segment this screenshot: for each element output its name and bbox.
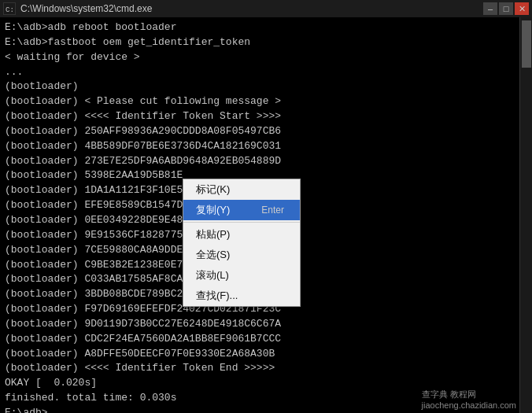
svg-text:C:: C: <box>6 6 14 14</box>
terminal-line: (bootloader) 9D0119D73B0CC27E6248DE4918C… <box>5 317 515 332</box>
menu-item-label: 标记(K) <box>196 183 230 197</box>
terminal-line: E:\adb>fastboot oem get_identifier_token <box>5 35 515 50</box>
context-menu: 标记(K)复制(Y)Enter粘贴(P)全选(S)滚动(L)查找(F)... <box>183 179 301 307</box>
window-title: C:\Windows\system32\cmd.exe <box>20 3 152 14</box>
menu-item-label: 查找(F)... <box>196 289 238 303</box>
context-menu-item[interactable]: 标记(K) <box>183 179 300 200</box>
watermark-subtext: jiaocheng.chazidian.com <box>422 400 516 410</box>
context-menu-item[interactable]: 全选(S) <box>183 245 300 265</box>
context-menu-item[interactable]: 滚动(L) <box>183 265 300 286</box>
scrollbar[interactable] <box>519 17 532 413</box>
terminal-line: (bootloader) <box>5 79 515 94</box>
menu-separator <box>183 222 300 223</box>
terminal-line: ... <box>5 65 515 80</box>
window-controls: – □ ✕ <box>483 2 529 15</box>
context-menu-item[interactable]: 复制(Y)Enter <box>183 200 300 220</box>
terminal-line: (bootloader) 250AFF98936A290CDDD8A08F054… <box>5 124 515 139</box>
title-bar: C: C:\Windows\system32\cmd.exe – □ ✕ <box>0 0 532 17</box>
scrollbar-thumb[interactable] <box>522 20 531 68</box>
maximize-button[interactable]: □ <box>499 2 513 15</box>
minimize-button[interactable]: – <box>483 2 497 15</box>
menu-item-label: 粘贴(P) <box>196 227 230 242</box>
terminal-line: (bootloader) 273E7E25DF9A6ABD9648A92EB05… <box>5 154 515 169</box>
terminal-line: (bootloader) 4BB589DF07BE6E3736D4CA18216… <box>5 139 515 154</box>
terminal-line: E:\adb>adb reboot bootloader <box>5 20 515 35</box>
cmd-icon: C: <box>3 2 16 15</box>
terminal-line: (bootloader) A8DFFE50DEECF07F0E9330E2A68… <box>5 347 515 362</box>
menu-item-shortcut: Enter <box>261 205 284 216</box>
context-menu-item[interactable]: 查找(F)... <box>183 286 300 306</box>
terminal-line: < waiting for device > <box>5 50 515 65</box>
close-button[interactable]: ✕ <box>515 2 529 15</box>
context-menu-item[interactable]: 粘贴(P) <box>183 224 300 245</box>
menu-item-label: 全选(S) <box>196 248 230 262</box>
menu-item-label: 滚动(L) <box>196 268 229 282</box>
terminal-line: (bootloader) < Please cut following mess… <box>5 94 515 109</box>
menu-item-label: 复制(Y) <box>196 203 230 217</box>
terminal-line: (bootloader) <<<< Identifier Token End >… <box>5 361 515 376</box>
watermark-text: 查字典 教程网 <box>422 389 516 400</box>
title-bar-left: C: C:\Windows\system32\cmd.exe <box>3 2 152 15</box>
terminal-line: (bootloader) CDC2F24EA7560DA2A1BB8EF9061… <box>5 332 515 347</box>
terminal-wrapper: E:\adb>adb reboot bootloaderE:\adb>fastb… <box>0 17 532 413</box>
watermark: 查字典 教程网 jiaocheng.chazidian.com <box>422 389 516 410</box>
terminal-line: (bootloader) <<<< Identifier Token Start… <box>5 109 515 124</box>
